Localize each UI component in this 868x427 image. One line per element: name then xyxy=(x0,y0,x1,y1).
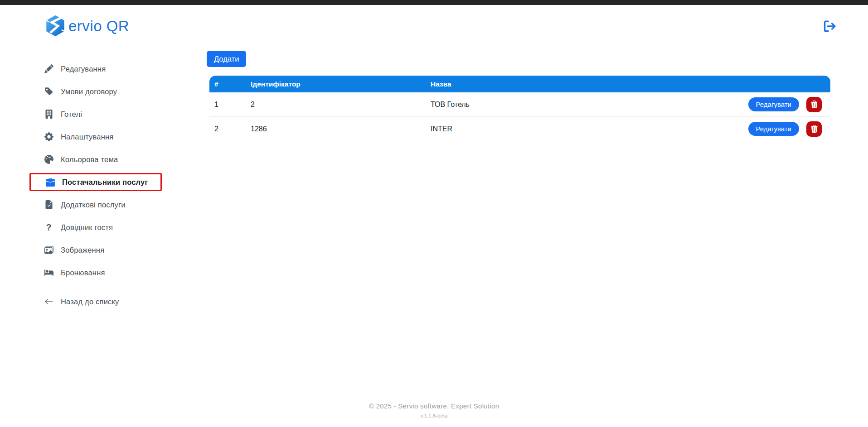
cell-identifier: 2 xyxy=(251,101,431,109)
sidebar-item-label: Бронювання xyxy=(61,269,105,277)
briefcase-icon xyxy=(45,178,55,187)
page: ervio QR Редагування Умови договору Готе xyxy=(0,0,868,427)
sidebar-item-color-theme[interactable]: Кольорова тема xyxy=(29,148,162,171)
document-check-icon xyxy=(44,200,53,210)
sidebar-item-label: Зображення xyxy=(61,246,104,254)
gear-icon xyxy=(44,132,53,142)
sidebar-item-service-providers[interactable]: Постачальники послуг xyxy=(29,173,162,191)
sidebar-item-editing[interactable]: Редагування xyxy=(29,58,162,80)
sidebar-item-label: Додаткові послуги xyxy=(61,201,126,209)
cell-num: 1 xyxy=(209,101,251,109)
question-icon: ? xyxy=(44,223,53,232)
cell-name: INTER xyxy=(431,125,726,133)
copyright-text: © 2025 - Servio software. Expert Solutio… xyxy=(0,402,868,410)
sidebar-item-label: Умови договору xyxy=(61,87,117,96)
delete-button[interactable] xyxy=(806,121,822,137)
logout-icon xyxy=(822,19,838,34)
bed-icon xyxy=(44,268,53,278)
table-row: 1 2 ТОВ Готель Редагувати xyxy=(209,92,830,117)
brand-logo[interactable]: ervio QR xyxy=(45,15,129,37)
sidebar-item-contract-terms[interactable]: Умови договору xyxy=(29,80,162,103)
cell-num: 2 xyxy=(209,125,251,133)
cell-actions: Редагувати xyxy=(726,97,830,112)
sidebar-item-label: Назад до списку xyxy=(61,297,119,306)
sidebar-item-label: Довідник гостя xyxy=(61,223,113,232)
add-button[interactable]: Додати xyxy=(207,51,246,67)
palette-icon xyxy=(44,155,53,164)
sidebar-item-booking[interactable]: Бронювання xyxy=(29,261,162,284)
top-black-bar xyxy=(0,0,868,5)
sidebar-item-settings[interactable]: Налаштування xyxy=(29,125,162,148)
table-header-row: # Ідентифікатор Назва xyxy=(209,76,830,92)
trash-icon xyxy=(810,125,818,133)
delete-button[interactable] xyxy=(806,97,822,112)
footer: © 2025 - Servio software. Expert Solutio… xyxy=(0,402,868,418)
sidebar: Редагування Умови договору Готелі Налашт… xyxy=(29,58,162,313)
sidebar-item-images[interactable]: Зображення xyxy=(29,239,162,261)
version-text: v.1.1.8-beta xyxy=(0,413,868,418)
sidebar-item-additional-services[interactable]: Додаткові послуги xyxy=(29,193,162,216)
sidebar-item-label: Постачальники послуг xyxy=(62,178,148,187)
pencil-icon xyxy=(44,64,53,74)
sidebar-item-hotels[interactable]: Готелі xyxy=(29,103,162,125)
cell-actions: Редагувати xyxy=(726,121,830,137)
service-providers-table: # Ідентифікатор Назва 1 2 ТОВ Готель Ред… xyxy=(209,76,830,141)
trash-icon xyxy=(810,101,818,108)
cell-name: ТОВ Готель xyxy=(431,101,726,109)
sidebar-item-label: Готелі xyxy=(61,110,82,119)
brand-logo-text: ervio QR xyxy=(68,19,129,34)
logout-button[interactable] xyxy=(822,19,838,34)
sidebar-item-guest-guide[interactable]: ? Довідник гостя xyxy=(29,216,162,239)
arrow-left-icon xyxy=(44,297,53,307)
edit-button[interactable]: Редагувати xyxy=(748,122,800,136)
cell-identifier: 1286 xyxy=(251,125,431,133)
sidebar-item-label: Кольорова тема xyxy=(61,155,118,164)
hotel-icon xyxy=(44,110,53,119)
sidebar-item-back-to-list[interactable]: Назад до списку xyxy=(29,290,162,313)
column-header-identifier: Ідентифікатор xyxy=(251,80,431,88)
edit-button[interactable]: Редагувати xyxy=(748,97,800,111)
column-header-num: # xyxy=(209,80,251,88)
sidebar-item-label: Налаштування xyxy=(61,133,113,141)
images-icon xyxy=(44,245,53,255)
table-row: 2 1286 INTER Редагувати xyxy=(209,117,830,141)
servio-logo-icon xyxy=(45,15,66,37)
tag-icon xyxy=(44,87,53,96)
column-header-name: Назва xyxy=(431,80,726,88)
sidebar-item-label: Редагування xyxy=(61,65,106,73)
